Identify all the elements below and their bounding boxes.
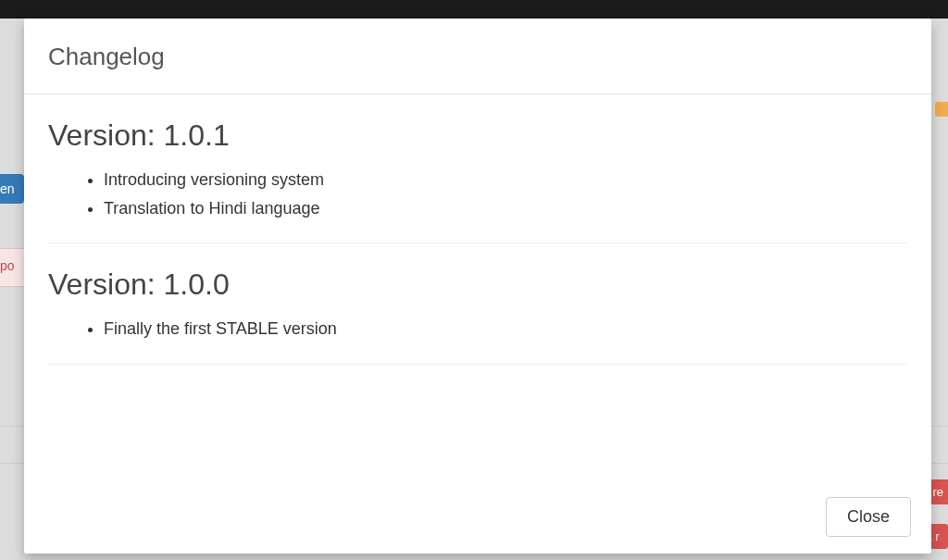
bg-lang-button: en (0, 174, 24, 204)
changelog-item: Translation to Hindi language (104, 194, 907, 223)
modal-footer: Close (24, 480, 931, 554)
version-changes-list: Introducing versioning system Translatio… (48, 166, 907, 222)
version-block: Version: 1.0.1 Introducing versioning sy… (48, 94, 907, 243)
modal-title: Changelog (48, 43, 907, 71)
modal-header: Changelog (24, 19, 931, 94)
changelog-item: Introducing versioning system (104, 166, 907, 194)
close-button[interactable]: Close (826, 497, 911, 537)
bg-yellow-button (935, 102, 948, 117)
changelog-modal: Changelog Version: 1.0.1 Introducing ver… (24, 19, 931, 554)
changelog-item: Finally the first STABLE version (104, 315, 907, 343)
version-block: Version: 1.0.0 Finally the first STABLE … (48, 243, 907, 365)
app-topbar (0, 0, 948, 19)
modal-body: Version: 1.0.1 Introducing versioning sy… (24, 94, 931, 480)
version-title: Version: 1.0.1 (48, 118, 907, 153)
version-changes-list: Finally the first STABLE version (48, 315, 907, 343)
version-title: Version: 1.0.0 (48, 268, 907, 302)
